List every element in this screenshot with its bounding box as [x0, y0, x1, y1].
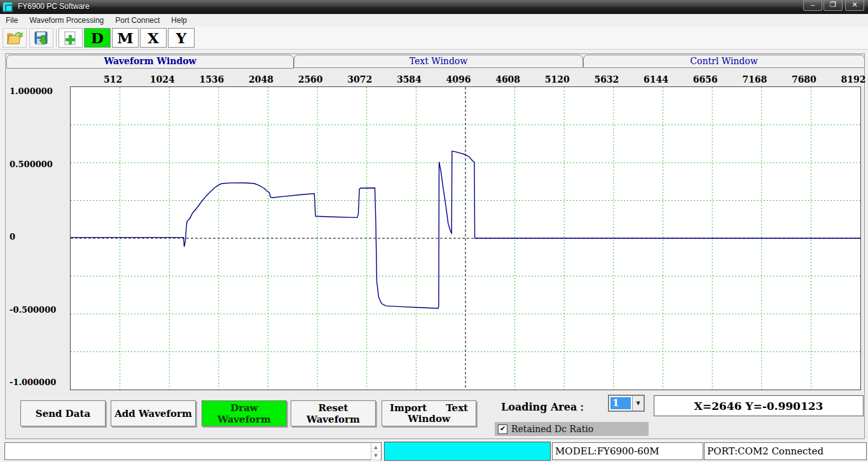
x-tick-label: 3584	[387, 74, 431, 85]
retained-dc-label: Retained Dc Ratio	[511, 424, 593, 434]
import-label-right: Text	[446, 403, 468, 414]
tab-contrl-window[interactable]: Contrl Window	[583, 55, 865, 68]
tab-text-window[interactable]: Text Window	[294, 55, 583, 68]
title-bar: FY6900 PC Software – ❐ ✕	[0, 0, 868, 15]
application-window: FY6900 PC Software – ❐ ✕ File Waveform P…	[0, 0, 868, 462]
toolbar-d-label: D	[91, 29, 104, 46]
import-text-window-button[interactable]: Import Text Window	[382, 400, 476, 426]
toolbar-button-y[interactable]: Y	[168, 28, 195, 48]
app-icon-glyph	[5, 4, 13, 12]
x-tick-label: 2048	[239, 74, 284, 85]
close-button[interactable]: ✕	[845, 0, 864, 11]
add-waveform-button[interactable]: Add Waveform	[111, 400, 196, 426]
y-tick-label: 1.000000	[10, 86, 53, 96]
y-tick-label: -0.500000	[10, 305, 56, 315]
toolbar-button-x[interactable]: X	[140, 28, 167, 48]
restore-icon: ❐	[830, 1, 836, 8]
import-button-line1: Import Text	[382, 403, 476, 414]
loading-area-dropdown[interactable]: 1 ▼	[608, 395, 645, 412]
draw-waveform-button[interactable]: Draw Waveform	[202, 400, 287, 426]
send-data-button[interactable]: Send Data	[20, 400, 106, 426]
send-data-label: Send Data	[36, 408, 90, 419]
import-button-line2: Window	[408, 414, 450, 425]
minimize-button[interactable]: –	[803, 0, 822, 11]
status-spinner[interactable]: ▲ ▼	[371, 444, 380, 459]
save-floppy-icon	[34, 31, 49, 46]
loading-area-selected-value: 1	[610, 397, 631, 409]
app-icon	[3, 2, 13, 12]
toolbar: D M X Y	[0, 27, 868, 50]
toolbar-button-m[interactable]: M	[112, 28, 139, 48]
port-status-box: PORT:COM2 Connected	[704, 442, 867, 460]
window-title: FY6900 PC Software	[18, 2, 90, 11]
restore-button[interactable]: ❐	[823, 0, 843, 11]
tab-waveform-window[interactable]: Waveform Window	[6, 55, 294, 69]
toolbar-x-label: X	[148, 29, 159, 46]
spinner-up-icon[interactable]: ▲	[371, 444, 380, 452]
menu-waveform-processing[interactable]: Waveform Processing	[24, 15, 109, 26]
x-tick-label: 6144	[634, 74, 679, 85]
retained-dc-strip: ✔ Retained Dc Ratio	[495, 422, 649, 436]
x-tick-label: 4096	[436, 74, 481, 85]
add-waveform-label: Add Waveform	[114, 408, 192, 419]
reset-waveform-button[interactable]: Reset Waveform	[291, 400, 376, 426]
x-tick-label: 1536	[189, 74, 234, 85]
cursor-readout-box: X=2646 Y=-0.990123	[654, 395, 864, 416]
x-tick-label: 3072	[338, 74, 382, 85]
checkmark-icon: ✔	[500, 425, 506, 433]
import-label-left: Import	[390, 403, 427, 414]
loading-area-label: Loading Area：	[501, 401, 587, 414]
model-status-text: MODEL:FY6900-60M	[555, 445, 659, 457]
model-status-box: MODEL:FY6900-60M	[552, 442, 703, 460]
x-tick-label: 7680	[782, 74, 826, 85]
spinner-down-icon[interactable]: ▼	[371, 452, 380, 460]
reset-waveform-label: Reset Waveform	[291, 402, 375, 425]
y-tick-label: 0	[10, 232, 15, 241]
status-message-box[interactable]: ▲ ▼	[4, 442, 382, 460]
open-file-button[interactable]	[3, 28, 27, 48]
status-bar: ▲ ▼ MODEL:FY6900-60M PORT:COM2 Connected	[0, 440, 868, 462]
x-tick-label: 5632	[584, 74, 629, 85]
x-tick-label: 4608	[486, 74, 530, 85]
x-tick-label: 1024	[140, 74, 184, 85]
save-file-button[interactable]	[29, 28, 53, 48]
open-folder-icon	[6, 31, 23, 46]
menu-port-connect[interactable]: Port Connect	[109, 15, 165, 26]
dropdown-arrow-icon[interactable]: ▼	[632, 396, 644, 411]
tab-text-window-label: Text Window	[410, 56, 468, 66]
tab-contrl-window-label: Contrl Window	[690, 56, 757, 66]
close-icon: ✕	[851, 1, 857, 8]
waveform-svg	[71, 87, 860, 390]
menu-help[interactable]: Help	[165, 15, 193, 26]
toolbar-separator	[56, 29, 57, 47]
cursor-readout: X=2646 Y=-0.990123	[694, 400, 823, 412]
x-tick-label: 512	[91, 74, 135, 85]
x-tick-label: 8192	[831, 74, 868, 85]
new-waveform-button[interactable]	[59, 28, 83, 48]
toolbar-m-label: M	[117, 29, 133, 46]
x-tick-label: 2560	[288, 74, 333, 85]
toolbar-button-d[interactable]: D	[84, 28, 111, 48]
menu-file[interactable]: File	[0, 15, 24, 26]
x-tick-label: 5120	[535, 74, 579, 85]
retained-dc-checkbox[interactable]: ✔	[498, 425, 507, 434]
x-tick-label: 6656	[683, 74, 727, 85]
minimize-icon: –	[811, 1, 815, 8]
add-page-icon	[62, 30, 79, 46]
draw-waveform-label: Draw Waveform	[202, 402, 286, 425]
y-tick-label: -1.000000	[10, 377, 56, 387]
progress-bar	[384, 442, 551, 461]
menu-bar: File Waveform Processing Port Connect He…	[0, 14, 868, 27]
tab-waveform-window-label: Waveform Window	[104, 56, 196, 66]
y-tick-label: 0.500000	[10, 160, 53, 169]
x-tick-label: 7168	[733, 74, 777, 85]
waveform-plot-area[interactable]	[70, 86, 861, 390]
toolbar-y-label: Y	[176, 29, 186, 46]
port-status-text: PORT:COM2 Connected	[707, 445, 823, 457]
